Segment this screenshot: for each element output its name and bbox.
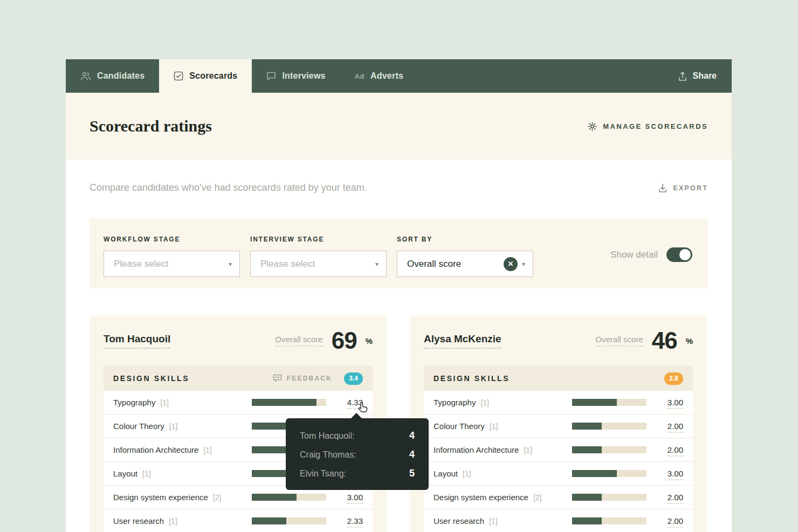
tooltip-rating-value: 4 xyxy=(409,430,415,441)
skill-label: Colour Theory xyxy=(434,422,485,431)
sort-by-select[interactable]: Overall score ✕ ▾ xyxy=(397,251,533,277)
sort-by-value: Overall score xyxy=(407,259,504,270)
score-value[interactable]: 2.33 xyxy=(333,516,363,526)
skill-row: Typography [1] 3.00 xyxy=(424,391,693,414)
share-label: Share xyxy=(693,71,717,81)
interview-stage-label: INTERVIEW STAGE xyxy=(250,236,387,243)
score-bar xyxy=(572,399,646,406)
score-value[interactable]: 2.00 xyxy=(653,422,683,431)
tooltip-rater-name: Elvin Tsang: xyxy=(300,469,346,479)
download-icon xyxy=(658,183,668,193)
score-bar-fill xyxy=(252,517,286,524)
manage-scorecards-label: MANAGE SCORECARDS xyxy=(603,122,708,130)
gear-icon xyxy=(587,121,597,132)
skill-label: Design system experience xyxy=(113,493,208,502)
section-header: DESIGN SKILLS 2.8 xyxy=(424,366,693,391)
tab-adverts[interactable]: Ad Adverts xyxy=(340,59,418,93)
chevron-down-icon: ▾ xyxy=(375,260,379,268)
card-header: Tom Hacquoil Overall score 69 % xyxy=(104,315,373,366)
score-bar-fill xyxy=(572,446,602,453)
overall-score-label[interactable]: Overall score xyxy=(595,335,643,347)
share-button[interactable]: Share xyxy=(663,59,732,93)
workflow-stage-label: WORKFLOW STAGE xyxy=(104,236,240,243)
score-bar xyxy=(572,446,646,453)
skill-label: Colour Theory xyxy=(113,422,164,431)
workflow-stage-select[interactable]: Please select ▾ xyxy=(104,251,240,277)
score-value[interactable]: 3.00 xyxy=(333,493,363,502)
chat-bubble-icon xyxy=(266,71,276,81)
tab-label: Interviews xyxy=(282,71,325,81)
candidate-name-link[interactable]: Tom Hacquoil xyxy=(104,333,170,349)
rating-count: [1] xyxy=(524,446,532,454)
export-button[interactable]: EXPORT xyxy=(658,183,708,193)
score-bar xyxy=(572,494,646,501)
interview-stage-select[interactable]: Please select ▾ xyxy=(250,251,387,277)
score-value[interactable]: 2.00 xyxy=(653,445,683,454)
score-bar xyxy=(572,423,646,430)
people-icon xyxy=(80,71,91,81)
manage-scorecards-button[interactable]: MANAGE SCORECARDS xyxy=(587,121,708,132)
rating-count: [1] xyxy=(480,398,489,407)
nav-spacer xyxy=(418,59,663,93)
show-detail-label: Show detail xyxy=(610,250,658,260)
section-header: DESIGN SKILLS FEEDBACK 3.4 xyxy=(104,366,373,391)
chevron-down-icon: ▾ xyxy=(229,260,232,268)
show-detail-toggle[interactable] xyxy=(666,247,692,262)
rating-count: [1] xyxy=(490,422,498,431)
skill-label: Information Architecture xyxy=(434,445,519,454)
score-bar-fill xyxy=(252,399,317,406)
score-value[interactable]: 3.00 xyxy=(653,398,683,407)
section-title: DESIGN SKILLS xyxy=(113,374,273,383)
percent-sign: % xyxy=(366,336,373,346)
interview-stage-group: INTERVIEW STAGE Please select ▾ xyxy=(250,236,387,277)
clear-sort-icon[interactable]: ✕ xyxy=(504,257,518,271)
tooltip-rater-name: Craig Thomas: xyxy=(300,450,356,460)
skill-row: Layout [1] 3.00 xyxy=(424,462,693,486)
score-bar-fill xyxy=(572,399,617,406)
rating-count: [1] xyxy=(489,517,498,526)
tab-label: Adverts xyxy=(370,71,403,81)
skill-rows: Typography [1] 3.00 Colour Theory [1] 2.… xyxy=(424,391,693,532)
export-label: EXPORT xyxy=(673,184,708,192)
tooltip-row: Elvin Tsang: 5 xyxy=(300,464,415,483)
tooltip-row: Tom Hacquoil: 4 xyxy=(300,426,415,445)
overall-score-value: 69 xyxy=(332,327,357,354)
candidate-name-link[interactable]: Alysa McKenzie xyxy=(424,333,501,349)
ratings-tooltip: Tom Hacquoil: 4 Craig Thomas: 4 Elvin Ts… xyxy=(286,418,429,490)
score-value[interactable]: 3.00 xyxy=(653,469,683,478)
toolbar-row: Compare candidates who've had scorecards… xyxy=(66,160,732,194)
tab-scorecards[interactable]: Scorecards xyxy=(159,59,252,93)
feedback-button[interactable]: FEEDBACK xyxy=(273,374,332,383)
tooltip-rating-value: 5 xyxy=(409,468,415,479)
tooltip-rating-value: 4 xyxy=(409,449,415,460)
checkbox-icon xyxy=(174,71,183,81)
candidate-card: Alysa McKenzie Overall score 46 % DESIGN… xyxy=(410,315,707,532)
score-bar-fill xyxy=(252,494,297,501)
tab-label: Scorecards xyxy=(189,71,237,81)
skill-row: User research [1] 2.00 xyxy=(424,509,693,532)
skill-row: Colour Theory [1] 2.00 xyxy=(424,414,693,438)
tab-interviews[interactable]: Interviews xyxy=(252,59,340,93)
skill-row: Typography [1] 4.33 xyxy=(104,391,373,414)
page-header: Scorecard ratings MANAGE SCORECARDS xyxy=(66,93,732,160)
overall-score-group: Overall score 46 % xyxy=(595,327,693,354)
skill-label: Typography xyxy=(434,398,476,407)
sort-by-label: SORT BY xyxy=(397,236,533,243)
overall-score-group: Overall score 69 % xyxy=(275,327,373,354)
interview-stage-placeholder: Please select xyxy=(260,259,371,270)
card-header: Alysa McKenzie Overall score 46 % xyxy=(424,315,693,366)
score-bar-fill xyxy=(572,470,617,477)
rating-count: [1] xyxy=(203,446,212,454)
score-value[interactable]: 2.00 xyxy=(653,493,683,502)
score-bar-fill xyxy=(572,494,602,501)
skill-label: Layout xyxy=(113,469,137,478)
score-bar xyxy=(252,399,326,406)
overall-score-label[interactable]: Overall score xyxy=(275,335,322,347)
chevron-down-icon: ▾ xyxy=(522,260,525,268)
skill-row: Design system experience [2] 2.00 xyxy=(424,486,693,509)
score-value[interactable]: 2.00 xyxy=(653,516,683,526)
filter-panel: WORKFLOW STAGE Please select ▾ INTERVIEW… xyxy=(90,218,708,288)
overall-score-value: 46 xyxy=(652,327,677,354)
tab-candidates[interactable]: Candidates xyxy=(66,59,159,93)
score-badge: 2.8 xyxy=(664,372,683,385)
